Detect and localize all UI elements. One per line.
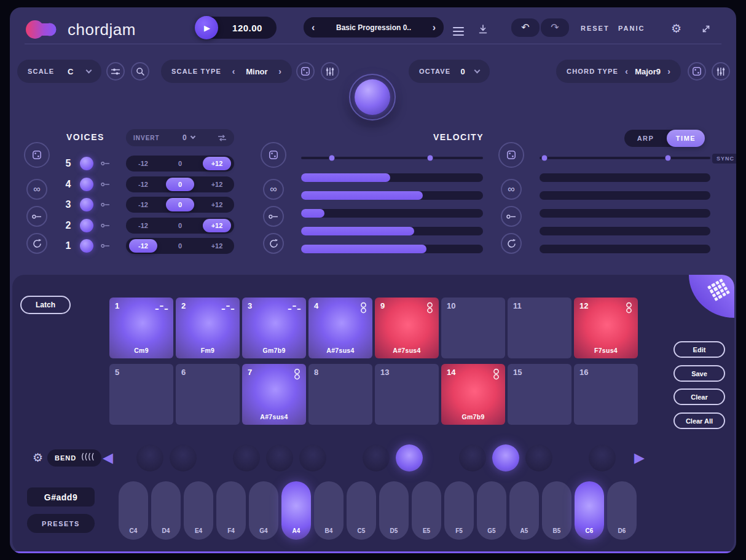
keyboard-prev-arrow[interactable]: ◀ bbox=[103, 449, 113, 468]
randomize-all-icon[interactable] bbox=[701, 23, 712, 36]
key-A5[interactable]: A5 bbox=[509, 481, 539, 540]
time-bar-5[interactable] bbox=[540, 245, 710, 253]
preset-next-button[interactable]: › bbox=[433, 23, 436, 33]
key-C5[interactable]: C5 bbox=[347, 481, 376, 540]
pad-7[interactable]: 7A#7sus4 bbox=[242, 364, 306, 425]
invert-selector[interactable]: INVERT 0 bbox=[126, 129, 234, 146]
voice-5-offset-+12[interactable]: +12 bbox=[203, 157, 231, 170]
voice-1-offset-0[interactable]: 0 bbox=[166, 239, 194, 253]
voices-randomize-button[interactable] bbox=[24, 142, 50, 168]
velocity-bar-5[interactable] bbox=[301, 245, 483, 253]
velocity-infinity-button[interactable]: ∞ bbox=[263, 179, 284, 200]
play-button[interactable]: ▶ bbox=[195, 16, 218, 39]
time-randomize-button[interactable] bbox=[498, 142, 524, 168]
pad-13[interactable]: 13 bbox=[375, 364, 439, 425]
key-G4[interactable]: G4 bbox=[249, 481, 278, 540]
velocity-range-slider[interactable] bbox=[301, 157, 483, 159]
octave-selector[interactable]: OCTAVE 0 bbox=[409, 60, 490, 83]
key-E5[interactable]: E5 bbox=[412, 481, 441, 540]
menu-icon[interactable] bbox=[453, 27, 464, 38]
bend-knob[interactable] bbox=[589, 444, 616, 471]
bend-knob[interactable] bbox=[363, 444, 390, 471]
voice-4-offset-+12[interactable]: +12 bbox=[203, 178, 231, 191]
pad-8[interactable]: 8 bbox=[308, 364, 372, 425]
voice-link-icon[interactable] bbox=[97, 223, 113, 228]
key-B5[interactable]: B5 bbox=[542, 481, 571, 540]
pad-1[interactable]: 1Cm9 bbox=[109, 298, 173, 358]
voice-5-offset--12[interactable]: -12 bbox=[129, 157, 157, 170]
pad-5[interactable]: 5 bbox=[109, 364, 173, 425]
key-C6[interactable]: C6 bbox=[575, 481, 604, 540]
voices-cycle-button[interactable] bbox=[26, 233, 47, 254]
time-bar-4[interactable] bbox=[540, 227, 710, 235]
pad-12[interactable]: 12F7sus4 bbox=[574, 298, 638, 358]
voice-3-offset-+12[interactable]: +12 bbox=[203, 198, 231, 211]
time-bar-2[interactable] bbox=[540, 191, 710, 200]
key-F5[interactable]: F5 bbox=[444, 481, 474, 540]
voice-link-icon[interactable] bbox=[97, 161, 113, 166]
bend-mode-pill[interactable]: BEND bbox=[47, 449, 101, 467]
voice-2-offset--12[interactable]: -12 bbox=[129, 219, 157, 232]
key-D5[interactable]: D5 bbox=[379, 481, 409, 540]
velocity-bar-3[interactable] bbox=[301, 209, 483, 218]
preset-name[interactable]: Basic Progression 0.. bbox=[315, 23, 432, 32]
key-E4[interactable]: E4 bbox=[184, 481, 213, 540]
bend-settings-gear-icon[interactable]: ⚙ bbox=[33, 451, 43, 465]
bend-knob-active[interactable] bbox=[492, 444, 519, 471]
key-C4[interactable]: C4 bbox=[119, 481, 148, 540]
voice-toggle[interactable] bbox=[80, 178, 93, 191]
pad-11[interactable]: 11 bbox=[508, 298, 571, 358]
pad-bank-corner-button[interactable] bbox=[689, 275, 734, 318]
bend-knob[interactable] bbox=[525, 444, 552, 471]
bend-knob[interactable] bbox=[266, 444, 293, 471]
time-range-handle[interactable] bbox=[542, 156, 548, 161]
bend-knob[interactable] bbox=[233, 444, 260, 471]
scale-search-button[interactable] bbox=[131, 62, 149, 81]
bend-knob[interactable] bbox=[170, 444, 197, 471]
presets-button[interactable]: PRESETS bbox=[27, 514, 95, 533]
voices-infinity-button[interactable]: ∞ bbox=[26, 179, 47, 200]
key-D6[interactable]: D6 bbox=[607, 481, 637, 540]
velocity-randomize-button[interactable] bbox=[261, 142, 286, 168]
chord-type-spread-button[interactable] bbox=[712, 62, 730, 81]
key-B4[interactable]: B4 bbox=[314, 481, 344, 540]
key-A4[interactable]: A4 bbox=[281, 481, 311, 540]
scale-tune-button[interactable] bbox=[106, 62, 125, 81]
arp-tab[interactable]: ARP bbox=[624, 135, 667, 142]
bend-knob[interactable] bbox=[136, 444, 163, 471]
spread-icon[interactable] bbox=[218, 135, 227, 141]
scale-type-randomize-button[interactable] bbox=[296, 62, 315, 81]
velocity-bar-1[interactable] bbox=[301, 173, 483, 182]
voice-3-offset--12[interactable]: -12 bbox=[129, 198, 157, 211]
voice-1-offset--12[interactable]: -12 bbox=[129, 239, 157, 253]
pad-2[interactable]: 2Fm9 bbox=[176, 298, 240, 358]
chord-type-randomize-button[interactable] bbox=[688, 62, 706, 81]
time-bar-3[interactable] bbox=[540, 209, 710, 218]
velocity-bar-4[interactable] bbox=[301, 227, 483, 235]
bend-knob-active[interactable] bbox=[396, 444, 423, 471]
voice-link-icon[interactable] bbox=[97, 202, 113, 207]
scale-type-prev-button[interactable]: ‹ bbox=[232, 67, 235, 76]
edit-button[interactable]: Edit bbox=[673, 341, 725, 358]
velocity-cycle-button[interactable] bbox=[263, 233, 284, 254]
voice-toggle[interactable] bbox=[80, 157, 93, 170]
voice-2-offset-+12[interactable]: +12 bbox=[203, 219, 231, 232]
bend-knob[interactable] bbox=[299, 444, 326, 471]
voice-1-offset-+12[interactable]: +12 bbox=[203, 239, 231, 253]
time-range-handle[interactable] bbox=[665, 156, 670, 161]
velocity-range-handle[interactable] bbox=[428, 156, 433, 161]
pad-9[interactable]: 9A#7sus4 bbox=[375, 298, 439, 358]
latch-button[interactable]: Latch bbox=[20, 296, 71, 314]
voice-2-offset-0[interactable]: 0 bbox=[166, 219, 194, 232]
scale-type-spread-button[interactable] bbox=[321, 62, 339, 81]
velocity-range-handle[interactable] bbox=[329, 156, 335, 161]
panic-button[interactable]: PANIC bbox=[618, 25, 645, 32]
main-knob[interactable] bbox=[349, 74, 396, 120]
time-infinity-button[interactable]: ∞ bbox=[501, 179, 522, 200]
time-range-slider[interactable] bbox=[540, 157, 710, 159]
time-cycle-button[interactable] bbox=[501, 233, 522, 254]
voice-link-icon[interactable] bbox=[97, 182, 113, 187]
key-D4[interactable]: D4 bbox=[151, 481, 181, 540]
voice-link-icon[interactable] bbox=[97, 243, 113, 248]
pad-15[interactable]: 15 bbox=[508, 364, 571, 425]
